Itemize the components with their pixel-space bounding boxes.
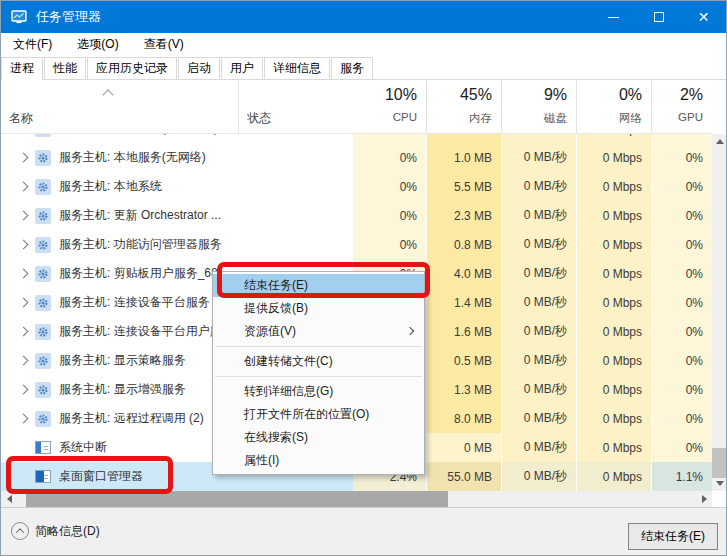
expand-chevron-icon[interactable]: [19, 385, 29, 395]
column-header-status[interactable]: 状态: [238, 80, 353, 133]
memory-cell: 55.0 MB: [426, 462, 501, 491]
end-task-button[interactable]: 结束任务(E): [628, 523, 718, 550]
expand-chevron-icon[interactable]: [19, 182, 29, 192]
tab-进程[interactable]: 进程: [1, 57, 43, 80]
task-manager-window: 任务管理器 ✕ 文件(F)选项(O)查看(V) 进程性能应用历史记录启动用户详细…: [0, 0, 727, 556]
expand-chevron-icon[interactable]: [19, 414, 29, 424]
gpu-cell: 0%: [651, 259, 712, 288]
process-name: 服务主机: 剪贴板用户服务_68...: [59, 265, 228, 282]
header-total-gpu: 2%: [680, 85, 703, 105]
close-button[interactable]: ✕: [681, 1, 726, 33]
menu-选项(O)[interactable]: 选项(O): [74, 34, 121, 55]
memory-cell: 5.5 MB: [426, 172, 501, 201]
context-menu-item-转到详细信息(G)[interactable]: 转到详细信息(G): [213, 380, 424, 403]
header-label-cpu: CPU: [393, 111, 417, 123]
service-gear-icon: [35, 324, 51, 340]
vertical-scrollbar[interactable]: [712, 134, 727, 491]
process-row[interactable]: 服务主机: 本地服务(无网络)0%1.0 MB0 MB/秒0 Mbps0%: [1, 143, 712, 172]
process-name-cell: 服务主机: 远程过程调用 (2): [1, 404, 238, 433]
status-cell: [238, 172, 353, 201]
expand-chevron-icon[interactable]: [19, 269, 29, 279]
disk-cell: 0 MB/秒: [501, 134, 576, 143]
tab-应用历史记录[interactable]: 应用历史记录: [87, 57, 177, 79]
process-name-cell: 服务主机: 连接设备平台用户服...: [1, 317, 238, 346]
expand-chevron-icon[interactable]: [19, 211, 29, 221]
tab-性能[interactable]: 性能: [44, 57, 86, 79]
scroll-right-arrow[interactable]: [696, 491, 712, 507]
expand-chevron-icon[interactable]: [19, 327, 29, 337]
network-cell: 0 Mbps: [576, 143, 651, 172]
scroll-left-arrow[interactable]: [1, 491, 17, 507]
status-cell: [238, 143, 353, 172]
tab-bar: 进程性能应用历史记录启动用户详细信息服务: [1, 56, 726, 80]
menu-文件(F)[interactable]: 文件(F): [10, 34, 55, 55]
context-menu-item-属性(I)[interactable]: 属性(I): [213, 449, 424, 472]
context-menu-item-资源值(V)[interactable]: 资源值(V): [213, 320, 424, 343]
context-menu-item-提供反馈(B)[interactable]: 提供反馈(B): [213, 297, 424, 320]
process-name-cell: 服务主机: 本地服务(无网络): [1, 143, 238, 172]
network-cell: 0 Mbps: [576, 462, 651, 491]
scroll-down-arrow[interactable]: [712, 476, 727, 491]
gpu-cell: 0%: [651, 134, 712, 143]
horizontal-scrollbar-thumb[interactable]: [26, 491, 448, 507]
header-total-net: 0%: [619, 85, 642, 105]
header-label-mem: 内存: [469, 111, 492, 126]
service-gear-icon: [35, 411, 51, 427]
column-header-net[interactable]: 0%网络: [576, 80, 651, 133]
window-title: 任务管理器: [36, 8, 101, 26]
horizontal-scrollbar[interactable]: [1, 491, 712, 507]
memory-cell: 2.3 MB: [426, 201, 501, 230]
process-row[interactable]: 服务主机: 本地服务(网络受限)0%0.6 MB0 MB/秒0 Mbps0%: [1, 134, 712, 143]
menu-separator: [215, 376, 422, 377]
submenu-arrow-icon: [406, 327, 414, 335]
context-menu-item-打开文件所在的位置(O)[interactable]: 打开文件所在的位置(O): [213, 403, 424, 426]
network-cell: 0 Mbps: [576, 201, 651, 230]
service-gear-icon: [35, 150, 51, 166]
gpu-cell: 0%: [651, 404, 712, 433]
service-gear-icon: [35, 266, 51, 282]
network-cell: 0 Mbps: [576, 317, 651, 346]
column-header-gpu[interactable]: 2%GPU: [651, 80, 712, 133]
details-toggle[interactable]: 简略信息(D): [11, 522, 100, 540]
tab-用户[interactable]: 用户: [221, 57, 263, 79]
process-name: 服务主机: 远程过程调用 (2): [59, 410, 204, 427]
column-header-name[interactable]: 名称: [1, 80, 238, 133]
context-menu: 结束任务(E)提供反馈(B)资源值(V)创建转储文件(C)转到详细信息(G)打开…: [212, 271, 425, 475]
process-name: 服务主机: 显示增强服务: [59, 381, 186, 398]
context-menu-item-在线搜索(S)[interactable]: 在线搜索(S): [213, 426, 424, 449]
column-header-cpu[interactable]: 10%CPU: [353, 80, 426, 133]
expand-chevron-icon[interactable]: [19, 298, 29, 308]
vertical-scrollbar-thumb[interactable]: [712, 448, 727, 478]
cpu-cell: 0%: [353, 143, 426, 172]
tab-详细信息[interactable]: 详细信息: [264, 57, 330, 79]
scroll-up-arrow[interactable]: [712, 134, 727, 149]
maximize-button[interactable]: [636, 1, 681, 33]
process-row[interactable]: 服务主机: 功能访问管理器服务0%0.8 MB0 MB/秒0 Mbps0%: [1, 230, 712, 259]
gpu-cell: 0%: [651, 143, 712, 172]
process-row[interactable]: 服务主机: 更新 Orchestrator ...0%2.3 MB0 MB/秒0…: [1, 201, 712, 230]
network-cell: 0 Mbps: [576, 172, 651, 201]
header-label-gpu: GPU: [678, 111, 703, 123]
network-cell: 0 Mbps: [576, 433, 651, 462]
column-header-mem[interactable]: 45%内存: [426, 80, 501, 133]
minimize-button[interactable]: [591, 1, 636, 33]
process-row[interactable]: 服务主机: 本地系统0%5.5 MB0 MB/秒0 Mbps0%: [1, 172, 712, 201]
tab-服务[interactable]: 服务: [331, 57, 373, 79]
gpu-cell: 0%: [651, 172, 712, 201]
context-menu-item-结束任务(E)[interactable]: 结束任务(E): [213, 274, 424, 297]
context-menu-item-创建转储文件(C)[interactable]: 创建转储文件(C): [213, 350, 424, 373]
disk-cell: 0 MB/秒: [501, 462, 576, 491]
expand-chevron-icon[interactable]: [19, 240, 29, 250]
expand-chevron-icon[interactable]: [19, 356, 29, 366]
tab-启动[interactable]: 启动: [178, 57, 220, 79]
menu-查看(V)[interactable]: 查看(V): [141, 34, 187, 55]
memory-cell: 1.4 MB: [426, 288, 501, 317]
memory-cell: 8.0 MB: [426, 404, 501, 433]
process-name-cell: 服务主机: 功能访问管理器服务: [1, 230, 238, 259]
column-header-disk[interactable]: 9%磁盘: [501, 80, 576, 133]
table-header: 名称 状态 10%CPU45%内存9%磁盘0%网络2%GPU: [1, 80, 712, 134]
expand-chevron-icon[interactable]: [19, 153, 29, 163]
process-name: 系统中断: [59, 439, 107, 456]
gpu-cell: 0%: [651, 375, 712, 404]
process-name: 服务主机: 连接设备平台用户服...: [59, 323, 232, 340]
